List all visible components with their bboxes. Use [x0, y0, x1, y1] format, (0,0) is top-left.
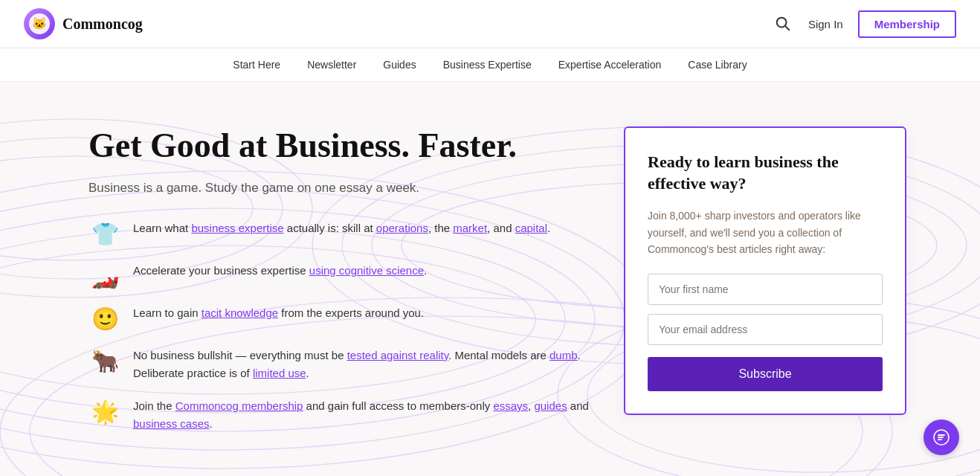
svg-line-19 [785, 26, 789, 30]
feature-item-1: 👕 Learn what business expertise actually… [88, 219, 594, 247]
link-business-expertise[interactable]: business expertise [191, 222, 283, 234]
content-wrapper: Get Good at Business. Faster. Business i… [44, 82, 936, 463]
svg-text:🐱: 🐱 [32, 16, 47, 30]
feature-text-3: Learn to gain tacit knowledge from the e… [133, 304, 424, 322]
link-guides[interactable]: guides [534, 399, 567, 412]
link-operations[interactable]: operations [376, 222, 428, 234]
feature-item-2: 🏎️ Accelerate your business expertise us… [88, 262, 594, 289]
nav-item-business-expertise[interactable]: Business Expertise [443, 59, 532, 71]
hero-subtitle: Business is a game. Study the game on on… [88, 181, 594, 196]
feature-list: 👕 Learn what business expertise actually… [88, 219, 594, 433]
feature-item-4: 🐂 No business bullshit — everything must… [88, 347, 594, 382]
logo-icon: 🐱 [24, 8, 55, 39]
link-cognitive-science[interactable]: using cognitive science [309, 264, 424, 277]
feature-icon-2: 🏎️ [88, 263, 121, 289]
link-limited-use[interactable]: limited use [253, 367, 306, 379]
link-membership[interactable]: Commoncog membership [175, 399, 303, 412]
nav-item-case-library[interactable]: Case Library [688, 59, 747, 71]
link-tested-reality[interactable]: tested against reality [347, 349, 448, 361]
first-name-input[interactable] [648, 274, 883, 305]
hero-left: Get Good at Business. Faster. Business i… [88, 126, 594, 433]
feature-icon-1: 👕 [88, 221, 121, 247]
link-tacit-knowledge[interactable]: tacit knowledge [202, 306, 278, 319]
nav-item-expertise-acceleration[interactable]: Expertise Acceleration [558, 59, 662, 71]
site-name: Commoncog [62, 16, 143, 33]
main-nav: Start Here Newsletter Guides Business Ex… [0, 48, 980, 82]
feature-icon-3: 🙂 [88, 306, 121, 332]
membership-button[interactable]: Membership [858, 10, 956, 38]
nav-item-guides[interactable]: Guides [383, 59, 416, 71]
feature-text-4: No business bullshit — everything must b… [133, 347, 594, 382]
feature-text-1: Learn what business expertise actually i… [133, 219, 550, 237]
sign-in-link[interactable]: Sign In [808, 18, 843, 30]
nav-item-newsletter[interactable]: Newsletter [307, 59, 356, 71]
logo-area: 🐱 Commoncog [24, 8, 143, 39]
link-business-cases[interactable]: business cases [133, 417, 210, 430]
feature-icon-4: 🐂 [88, 348, 121, 374]
header-actions: Sign In Membership [771, 10, 956, 38]
signup-card: Ready to learn business the effective wa… [624, 126, 906, 415]
search-button[interactable] [771, 12, 793, 36]
feature-item-5: 🌟 Join the Commoncog membership and gain… [88, 397, 594, 433]
feature-text-5: Join the Commoncog membership and gain f… [133, 397, 594, 433]
email-input[interactable] [648, 314, 883, 345]
link-market[interactable]: market [453, 222, 487, 234]
link-essays[interactable]: essays [493, 399, 528, 412]
card-description: Join 8,000+ sharp investors and operator… [648, 208, 883, 257]
subscribe-button[interactable]: Subscribe [648, 357, 883, 391]
card-title: Ready to learn business the effective wa… [648, 152, 883, 194]
nav-item-start-here[interactable]: Start Here [233, 59, 280, 71]
feature-text-2: Accelerate your business expertise using… [133, 262, 427, 280]
main-content: Get Good at Business. Faster. Business i… [0, 82, 980, 469]
link-capital[interactable]: capital [515, 222, 547, 234]
link-dumb[interactable]: dumb [549, 349, 578, 361]
feature-icon-5: 🌟 [88, 399, 121, 425]
header: 🐱 Commoncog Sign In Membership [0, 0, 980, 48]
float-chat-button[interactable] [923, 419, 959, 455]
feature-item-3: 🙂 Learn to gain tacit knowledge from the… [88, 304, 594, 332]
hero-title: Get Good at Business. Faster. [88, 126, 594, 166]
